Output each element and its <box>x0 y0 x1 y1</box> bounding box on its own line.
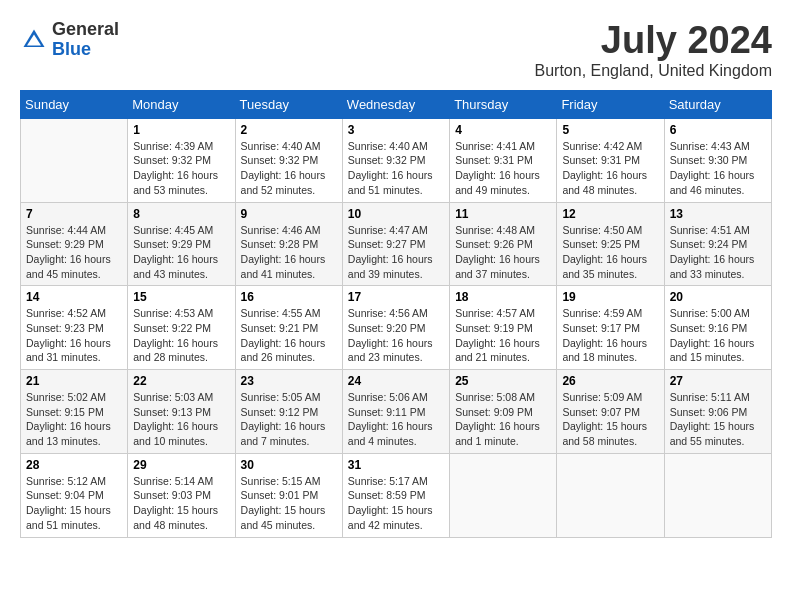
day-number: 19 <box>562 290 658 304</box>
calendar-cell: 10Sunrise: 4:47 AMSunset: 9:27 PMDayligh… <box>342 202 449 286</box>
day-info: Sunrise: 4:40 AMSunset: 9:32 PMDaylight:… <box>348 139 444 198</box>
day-number: 23 <box>241 374 337 388</box>
month-year: July 2024 <box>535 20 772 62</box>
day-number: 2 <box>241 123 337 137</box>
calendar-cell <box>664 453 771 537</box>
day-info: Sunrise: 5:05 AMSunset: 9:12 PMDaylight:… <box>241 390 337 449</box>
day-info: Sunrise: 4:44 AMSunset: 9:29 PMDaylight:… <box>26 223 122 282</box>
calendar-cell: 23Sunrise: 5:05 AMSunset: 9:12 PMDayligh… <box>235 370 342 454</box>
day-number: 13 <box>670 207 766 221</box>
day-number: 25 <box>455 374 551 388</box>
calendar-cell: 12Sunrise: 4:50 AMSunset: 9:25 PMDayligh… <box>557 202 664 286</box>
day-number: 4 <box>455 123 551 137</box>
day-number: 29 <box>133 458 229 472</box>
calendar-cell: 8Sunrise: 4:45 AMSunset: 9:29 PMDaylight… <box>128 202 235 286</box>
calendar-cell <box>450 453 557 537</box>
calendar-cell: 7Sunrise: 4:44 AMSunset: 9:29 PMDaylight… <box>21 202 128 286</box>
calendar-cell: 6Sunrise: 4:43 AMSunset: 9:30 PMDaylight… <box>664 118 771 202</box>
location: Burton, England, United Kingdom <box>535 62 772 80</box>
day-info: Sunrise: 4:39 AMSunset: 9:32 PMDaylight:… <box>133 139 229 198</box>
day-info: Sunrise: 4:41 AMSunset: 9:31 PMDaylight:… <box>455 139 551 198</box>
day-number: 11 <box>455 207 551 221</box>
calendar-header-tuesday: Tuesday <box>235 90 342 118</box>
day-info: Sunrise: 4:57 AMSunset: 9:19 PMDaylight:… <box>455 306 551 365</box>
calendar-cell: 16Sunrise: 4:55 AMSunset: 9:21 PMDayligh… <box>235 286 342 370</box>
day-info: Sunrise: 4:48 AMSunset: 9:26 PMDaylight:… <box>455 223 551 282</box>
calendar-table: SundayMondayTuesdayWednesdayThursdayFrid… <box>20 90 772 538</box>
day-info: Sunrise: 4:53 AMSunset: 9:22 PMDaylight:… <box>133 306 229 365</box>
day-info: Sunrise: 4:50 AMSunset: 9:25 PMDaylight:… <box>562 223 658 282</box>
day-number: 7 <box>26 207 122 221</box>
day-info: Sunrise: 4:40 AMSunset: 9:32 PMDaylight:… <box>241 139 337 198</box>
header: General Blue July 2024 Burton, England, … <box>20 20 772 80</box>
day-number: 30 <box>241 458 337 472</box>
day-number: 3 <box>348 123 444 137</box>
calendar-cell: 20Sunrise: 5:00 AMSunset: 9:16 PMDayligh… <box>664 286 771 370</box>
day-number: 14 <box>26 290 122 304</box>
day-info: Sunrise: 5:02 AMSunset: 9:15 PMDaylight:… <box>26 390 122 449</box>
calendar-header-sunday: Sunday <box>21 90 128 118</box>
day-info: Sunrise: 5:17 AMSunset: 8:59 PMDaylight:… <box>348 474 444 533</box>
day-number: 20 <box>670 290 766 304</box>
day-number: 16 <box>241 290 337 304</box>
day-info: Sunrise: 5:11 AMSunset: 9:06 PMDaylight:… <box>670 390 766 449</box>
logo: General Blue <box>20 20 119 60</box>
day-info: Sunrise: 4:52 AMSunset: 9:23 PMDaylight:… <box>26 306 122 365</box>
day-number: 5 <box>562 123 658 137</box>
calendar-header-row: SundayMondayTuesdayWednesdayThursdayFrid… <box>21 90 772 118</box>
day-info: Sunrise: 5:06 AMSunset: 9:11 PMDaylight:… <box>348 390 444 449</box>
day-info: Sunrise: 4:51 AMSunset: 9:24 PMDaylight:… <box>670 223 766 282</box>
calendar-cell: 31Sunrise: 5:17 AMSunset: 8:59 PMDayligh… <box>342 453 449 537</box>
calendar-header-wednesday: Wednesday <box>342 90 449 118</box>
day-info: Sunrise: 5:08 AMSunset: 9:09 PMDaylight:… <box>455 390 551 449</box>
logo-blue-text: Blue <box>52 40 119 60</box>
day-number: 9 <box>241 207 337 221</box>
day-number: 15 <box>133 290 229 304</box>
day-number: 1 <box>133 123 229 137</box>
calendar-week-row: 1Sunrise: 4:39 AMSunset: 9:32 PMDaylight… <box>21 118 772 202</box>
calendar-cell: 3Sunrise: 4:40 AMSunset: 9:32 PMDaylight… <box>342 118 449 202</box>
day-number: 31 <box>348 458 444 472</box>
calendar-week-row: 21Sunrise: 5:02 AMSunset: 9:15 PMDayligh… <box>21 370 772 454</box>
day-info: Sunrise: 4:43 AMSunset: 9:30 PMDaylight:… <box>670 139 766 198</box>
calendar-header-thursday: Thursday <box>450 90 557 118</box>
day-number: 18 <box>455 290 551 304</box>
calendar-cell: 21Sunrise: 5:02 AMSunset: 9:15 PMDayligh… <box>21 370 128 454</box>
day-number: 12 <box>562 207 658 221</box>
day-info: Sunrise: 4:56 AMSunset: 9:20 PMDaylight:… <box>348 306 444 365</box>
day-number: 10 <box>348 207 444 221</box>
calendar-week-row: 28Sunrise: 5:12 AMSunset: 9:04 PMDayligh… <box>21 453 772 537</box>
calendar-cell: 1Sunrise: 4:39 AMSunset: 9:32 PMDaylight… <box>128 118 235 202</box>
calendar-cell <box>557 453 664 537</box>
day-number: 21 <box>26 374 122 388</box>
calendar-cell: 28Sunrise: 5:12 AMSunset: 9:04 PMDayligh… <box>21 453 128 537</box>
day-number: 22 <box>133 374 229 388</box>
calendar-cell: 9Sunrise: 4:46 AMSunset: 9:28 PMDaylight… <box>235 202 342 286</box>
calendar-header-friday: Friday <box>557 90 664 118</box>
calendar-cell: 4Sunrise: 4:41 AMSunset: 9:31 PMDaylight… <box>450 118 557 202</box>
calendar-header-monday: Monday <box>128 90 235 118</box>
day-info: Sunrise: 5:12 AMSunset: 9:04 PMDaylight:… <box>26 474 122 533</box>
calendar-cell: 14Sunrise: 4:52 AMSunset: 9:23 PMDayligh… <box>21 286 128 370</box>
calendar-week-row: 7Sunrise: 4:44 AMSunset: 9:29 PMDaylight… <box>21 202 772 286</box>
calendar-cell: 5Sunrise: 4:42 AMSunset: 9:31 PMDaylight… <box>557 118 664 202</box>
day-info: Sunrise: 4:59 AMSunset: 9:17 PMDaylight:… <box>562 306 658 365</box>
day-number: 27 <box>670 374 766 388</box>
calendar-cell: 19Sunrise: 4:59 AMSunset: 9:17 PMDayligh… <box>557 286 664 370</box>
day-info: Sunrise: 5:09 AMSunset: 9:07 PMDaylight:… <box>562 390 658 449</box>
calendar-cell: 15Sunrise: 4:53 AMSunset: 9:22 PMDayligh… <box>128 286 235 370</box>
day-info: Sunrise: 4:45 AMSunset: 9:29 PMDaylight:… <box>133 223 229 282</box>
logo-text: General Blue <box>52 20 119 60</box>
day-info: Sunrise: 5:15 AMSunset: 9:01 PMDaylight:… <box>241 474 337 533</box>
logo-general-text: General <box>52 20 119 40</box>
calendar-cell: 26Sunrise: 5:09 AMSunset: 9:07 PMDayligh… <box>557 370 664 454</box>
calendar-week-row: 14Sunrise: 4:52 AMSunset: 9:23 PMDayligh… <box>21 286 772 370</box>
day-info: Sunrise: 5:14 AMSunset: 9:03 PMDaylight:… <box>133 474 229 533</box>
day-number: 17 <box>348 290 444 304</box>
day-info: Sunrise: 5:00 AMSunset: 9:16 PMDaylight:… <box>670 306 766 365</box>
day-number: 24 <box>348 374 444 388</box>
calendar-cell: 13Sunrise: 4:51 AMSunset: 9:24 PMDayligh… <box>664 202 771 286</box>
day-number: 8 <box>133 207 229 221</box>
day-number: 28 <box>26 458 122 472</box>
calendar-cell: 2Sunrise: 4:40 AMSunset: 9:32 PMDaylight… <box>235 118 342 202</box>
